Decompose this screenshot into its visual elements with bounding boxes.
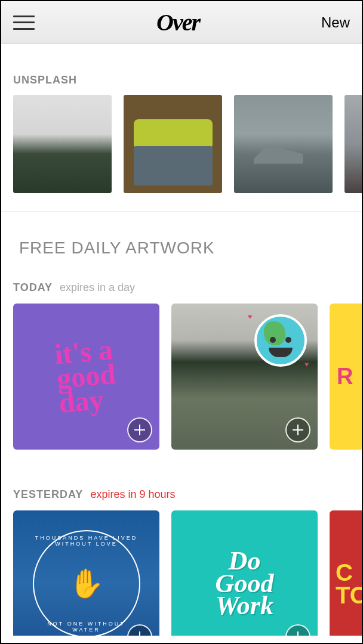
unsplash-thumbnail[interactable] bbox=[124, 95, 222, 193]
yesterday-expires-text: expires in 9 hours bbox=[90, 488, 175, 501]
unsplash-thumbnail[interactable] bbox=[344, 95, 362, 193]
yesterday-artwork-row: THOUSANDS HAVE LIVED WITHOUT LOVE ✋ NOT … bbox=[1, 510, 362, 636]
artwork-text: it's agoodday bbox=[54, 338, 119, 416]
artwork-text: DoGoodWork bbox=[216, 550, 274, 617]
heart-icon: ♥ bbox=[248, 312, 252, 321]
yesterday-header: YESTERDAY expires in 9 hours bbox=[1, 482, 362, 510]
today-artwork-row: it's agoodday ♥ ♥ R bbox=[1, 304, 362, 450]
unsplash-thumbnail[interactable] bbox=[234, 95, 333, 193]
menu-icon[interactable] bbox=[13, 16, 35, 30]
today-expires-text: expires in a day bbox=[60, 281, 135, 294]
artwork-text: C TO bbox=[336, 561, 362, 606]
artwork-circle: THOUSANDS HAVE LIVED WITHOUT LOVE ✋ NOT … bbox=[33, 530, 140, 636]
app-logo: Over bbox=[156, 8, 199, 36]
add-icon[interactable] bbox=[127, 417, 152, 442]
main-content: UNSPLASH FREE DAILY ARTWORK TODAY expire… bbox=[1, 44, 362, 643]
artwork-card[interactable]: R bbox=[330, 304, 362, 450]
artwork-card[interactable]: ♥ ♥ bbox=[171, 304, 318, 450]
artwork-text: R bbox=[337, 366, 353, 387]
artwork-text: THOUSANDS HAVE LIVED WITHOUT LOVE bbox=[34, 535, 139, 547]
yesterday-label: YESTERDAY bbox=[13, 488, 83, 501]
free-daily-artwork-title: FREE DAILY ARTWORK bbox=[1, 212, 362, 275]
artwork-card[interactable]: C TO bbox=[330, 510, 362, 636]
add-icon[interactable] bbox=[285, 624, 310, 636]
add-icon[interactable] bbox=[285, 417, 310, 442]
heart-icon: ♥ bbox=[304, 360, 309, 369]
artwork-text: NOT ONE WITHOUT WATER bbox=[34, 621, 139, 633]
new-button[interactable]: New bbox=[321, 14, 350, 31]
today-label: TODAY bbox=[13, 281, 53, 294]
unsplash-row bbox=[1, 95, 362, 212]
unsplash-section-label: UNSPLASH bbox=[1, 44, 362, 95]
today-header: TODAY expires in a day bbox=[1, 275, 362, 304]
hand-icon: ✋ bbox=[69, 566, 104, 600]
unsplash-thumbnail[interactable] bbox=[13, 95, 112, 193]
artwork-card[interactable]: it's agoodday bbox=[13, 304, 159, 450]
artwork-card[interactable]: THOUSANDS HAVE LIVED WITHOUT LOVE ✋ NOT … bbox=[13, 510, 159, 636]
artwork-card[interactable]: DoGoodWork bbox=[171, 510, 318, 636]
globe-sticker-icon bbox=[254, 314, 307, 367]
app-header: Over New bbox=[1, 1, 362, 44]
